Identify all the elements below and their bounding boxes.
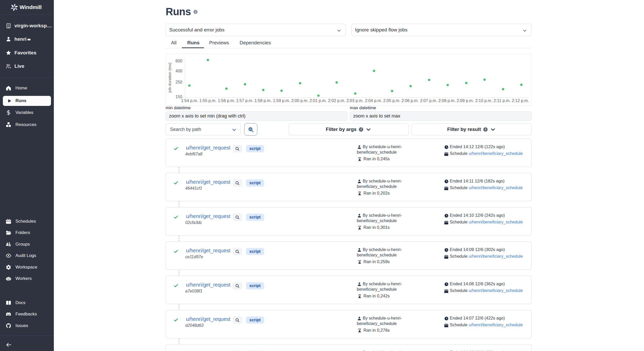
svg-text:2:04 p.m.: 2:04 p.m. <box>365 98 382 103</box>
svg-text:2:05 p.m.: 2:05 p.m. <box>383 98 401 103</box>
svg-text:2:12 p.m.: 2:12 p.m. <box>512 98 529 103</box>
svg-text:2:02 p.m.: 2:02 p.m. <box>328 98 345 103</box>
svg-text:2:06 p.m.: 2:06 p.m. <box>402 98 419 103</box>
svg-text:1:55 p.m.: 1:55 p.m. <box>199 98 217 103</box>
svg-text:600: 600 <box>175 59 182 63</box>
svg-text:2:03 p.m.: 2:03 p.m. <box>346 98 364 103</box>
svg-text:2:11 p.m.: 2:11 p.m. <box>494 98 511 103</box>
svg-text:1:58 p.m.: 1:58 p.m. <box>255 98 272 103</box>
svg-text:2:00 p.m.: 2:00 p.m. <box>291 98 309 103</box>
svg-text:2:09 p.m.: 2:09 p.m. <box>457 98 474 103</box>
svg-text:1:59 p.m.: 1:59 p.m. <box>273 98 290 103</box>
svg-text:2:08 p.m.: 2:08 p.m. <box>438 98 456 103</box>
svg-text:2:07 p.m.: 2:07 p.m. <box>420 98 437 103</box>
svg-text:2:10 p.m.: 2:10 p.m. <box>475 98 493 103</box>
svg-text:1:57 p.m.: 1:57 p.m. <box>236 98 253 103</box>
svg-text:job duration (ms): job duration (ms) <box>167 63 172 93</box>
svg-text:1:54 p.m.: 1:54 p.m. <box>181 98 198 103</box>
svg-text:1:56 p.m.: 1:56 p.m. <box>218 98 235 103</box>
svg-text:250: 250 <box>175 80 182 84</box>
svg-text:400: 400 <box>175 69 182 73</box>
svg-text:2:01 p.m.: 2:01 p.m. <box>310 98 327 103</box>
